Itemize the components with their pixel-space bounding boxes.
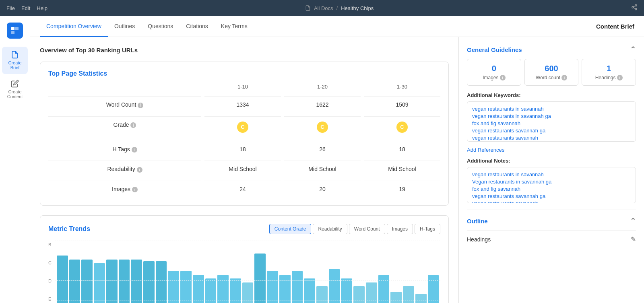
metric-header: Metric Trends Content Grade Readability … [48, 224, 440, 234]
keyword-item: vegan restaurants savannah ga [472, 128, 631, 134]
additional-keywords-label: Additional Keywords: [467, 92, 636, 98]
guideline-images-info[interactable]: i [500, 75, 506, 80]
breadcrumb-alldocs[interactable]: All Docs [314, 5, 333, 11]
edit-icon [11, 80, 19, 88]
col-header-label [48, 84, 201, 93]
tab-citations[interactable]: Citations [180, 16, 214, 37]
guidelines-title: General Guidelines ⌃ [467, 45, 636, 54]
chart-bar [168, 271, 179, 303]
chart-bar [119, 260, 130, 303]
note-item: vegan restaurants in savannah [472, 171, 631, 177]
main-panel: Overview of Top 30 Ranking URLs Top Page… [30, 37, 459, 303]
chart-bar [106, 260, 118, 303]
col-header-1-30: 1-30 [364, 84, 440, 93]
tab-questions[interactable]: Questions [141, 16, 180, 37]
grade-info-icon[interactable]: i [130, 122, 136, 128]
guideline-wordcount-value: 600 [528, 64, 575, 73]
stat-word-count-1-30: 1509 [364, 96, 440, 113]
readability-info-icon[interactable]: i [137, 167, 142, 173]
keywords-box[interactable]: vegan restaurants in savannahvegan resta… [467, 101, 636, 142]
metric-tabs: Content Grade Readability Word Count Ima… [269, 224, 440, 234]
note-item: vegan restaurants savannah ga [472, 193, 631, 199]
guideline-headings-info[interactable]: i [617, 75, 623, 80]
guideline-images-label: Images i [471, 75, 518, 80]
grade-badge-1-10: C [237, 122, 248, 133]
outline-headings-edit-icon[interactable]: ✎ [631, 235, 636, 243]
metric-tab-readability[interactable]: Readability [313, 224, 347, 234]
guideline-wordcount-label: Word count i [528, 75, 575, 80]
menu-file[interactable]: File [6, 5, 15, 11]
metric-title: Metric Trends [48, 225, 90, 233]
svg-rect-6 [15, 27, 19, 30]
htags-info-icon[interactable]: i [132, 147, 137, 153]
note-item: fox and fig savannah [472, 186, 631, 192]
images-info-icon[interactable]: i [132, 187, 138, 192]
keyword-item: fox and fig savannah [472, 120, 631, 126]
stats-table: 1-10 1-20 1-30 Word Count i 1334 1622 15… [48, 84, 440, 197]
top-bar-menu: File Edit Help [6, 5, 47, 11]
stat-readability-1-20: Mid School [284, 161, 361, 177]
outline-title: Outline ⌃ [467, 216, 636, 225]
stat-readability-1-10: Mid School [204, 161, 281, 177]
svg-point-1 [632, 6, 634, 8]
chart-bar [353, 286, 365, 303]
chart-bar [81, 260, 93, 303]
metric-tab-word-count[interactable]: Word Count [349, 224, 385, 234]
chart-bar [242, 282, 254, 303]
metric-tab-images[interactable]: Images [387, 224, 413, 234]
chart-bar [428, 275, 439, 303]
top-bar: File Edit Help All Docs / Healthy Chips [0, 0, 644, 16]
collapse-guidelines-icon[interactable]: ⌃ [630, 45, 636, 54]
add-references-button[interactable]: Add References [467, 147, 504, 153]
note-item: Vegan restaurants in savannah ga [472, 179, 631, 185]
sidebar-item-create-content[interactable]: Create Content [2, 76, 28, 103]
chart-bar [415, 294, 427, 303]
metric-tab-htags[interactable]: H-Tags [415, 224, 440, 234]
stat-grade-1-10: C [204, 116, 281, 138]
metric-tab-content-grade[interactable]: Content Grade [269, 224, 312, 234]
tab-outlines[interactable]: Outlines [108, 16, 141, 37]
menu-edit[interactable]: Edit [21, 5, 30, 11]
chart-y-labels: B C D E F [48, 241, 52, 303]
menu-help[interactable]: Help [37, 5, 47, 11]
collapse-outline-icon[interactable]: ⌃ [630, 216, 636, 225]
sidebar-item-create-brief[interactable]: Create Brief [2, 47, 28, 74]
y-label-e: E [48, 297, 52, 301]
tab-key-terms[interactable]: Key Terms [215, 16, 254, 37]
stat-grade-1-20: C [284, 116, 361, 138]
guideline-headings-value: 1 [585, 64, 632, 73]
keyword-item: vegan restaurants savannah [472, 135, 631, 141]
guideline-wordcount-info[interactable]: i [561, 75, 567, 80]
chart-bar [230, 278, 241, 303]
main-content: Competition Overview Outlines Questions … [30, 16, 644, 303]
stat-label-readability: Readability i [48, 161, 201, 177]
stat-htags-1-10: 18 [204, 141, 281, 158]
app-layout: Create Brief Create Content Competition … [0, 16, 644, 303]
tab-competition-overview[interactable]: Competition Overview [40, 16, 108, 37]
stat-images-1-20: 20 [284, 181, 361, 198]
stat-label-htags: H Tags i [48, 141, 201, 158]
col-header-1-20: 1-20 [284, 84, 361, 93]
notes-box[interactable]: vegan restaurants in savannahVegan resta… [467, 167, 636, 203]
grade-badge-1-20: C [317, 122, 328, 133]
y-label-c: C [48, 260, 52, 265]
y-label-b: B [48, 242, 52, 247]
chart-bar [329, 269, 340, 303]
tabs-bar: Competition Overview Outlines Questions … [30, 16, 644, 37]
y-label-d: D [48, 278, 52, 283]
svg-line-3 [634, 8, 636, 9]
word-count-info-icon[interactable]: i [138, 103, 143, 108]
scroll-area: Overview of Top 30 Ranking URLs Top Page… [30, 37, 644, 303]
svg-point-2 [635, 8, 637, 10]
chart-bar [316, 286, 328, 303]
document-icon [305, 5, 311, 11]
col-header-1-10: 1-10 [204, 84, 281, 93]
chart-bar [131, 260, 142, 303]
chart-bar [390, 292, 402, 303]
outline-section: Outline ⌃ Headings ✎ [467, 216, 636, 248]
file-icon [11, 51, 19, 59]
share-icon[interactable] [631, 4, 638, 12]
chart-bar [205, 278, 217, 303]
chart-bar [304, 278, 315, 303]
stat-label-word-count: Word Count i [48, 96, 201, 113]
